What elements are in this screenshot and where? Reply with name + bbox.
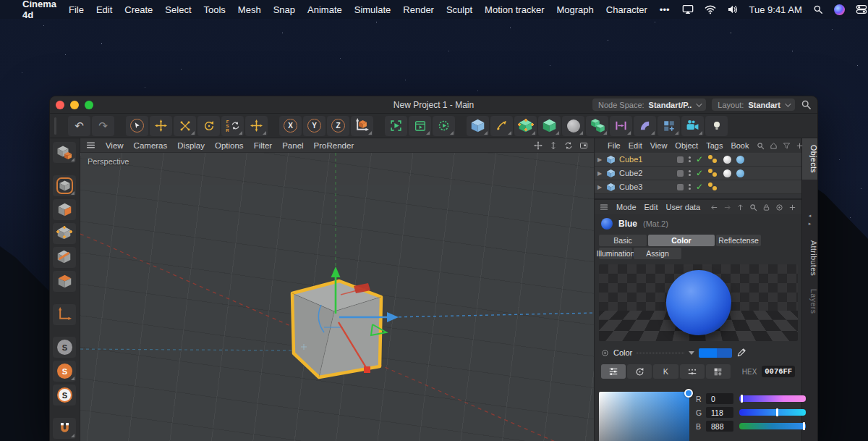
menubar-item-render[interactable]: Render (403, 4, 434, 15)
viewport-menu-filter[interactable]: Filter (254, 141, 273, 150)
point-mode-button[interactable] (53, 223, 76, 244)
undo-button[interactable]: ↶ (68, 116, 90, 136)
om-search-icon[interactable] (757, 142, 765, 150)
am-add-icon[interactable] (788, 203, 796, 211)
blue-value-field[interactable]: 888 (706, 421, 733, 432)
x-axis-lock-button[interactable]: X (279, 116, 302, 136)
texture-mode-button[interactable] (53, 199, 76, 220)
am-menu-edit[interactable]: Edit (644, 203, 658, 211)
menubar-item-sculpt[interactable]: Sculpt (446, 4, 472, 15)
tab-illumination[interactable]: Illumination (599, 248, 632, 259)
menubar-item-create[interactable]: Create (124, 4, 153, 15)
am-search-icon[interactable] (749, 203, 757, 211)
red-slider-handle[interactable] (741, 395, 743, 403)
viewport-menu-prorender[interactable]: ProRender (314, 141, 354, 150)
rotate-tool[interactable] (197, 116, 220, 136)
history-forward-icon[interactable] (723, 203, 731, 211)
add-sweep-object-button[interactable] (634, 116, 656, 136)
render-to-picture-viewer-button[interactable] (409, 116, 431, 136)
scale-tool[interactable] (174, 116, 196, 136)
expand-triangle-icon[interactable] (689, 351, 694, 355)
move-tool[interactable] (150, 116, 172, 136)
blue-slider[interactable] (739, 423, 806, 429)
material-preview[interactable] (599, 264, 798, 341)
hex-value-field[interactable]: 0076FF (762, 366, 795, 377)
layout-dropdown[interactable]: Layout: Standart (712, 98, 795, 111)
tab-color[interactable]: Color (648, 235, 715, 246)
siri-icon[interactable] (834, 4, 845, 15)
redo-button[interactable]: ↷ (92, 116, 114, 136)
zoom-button[interactable] (85, 101, 93, 109)
live-selection-tool[interactable] (126, 116, 148, 136)
add-volume-builder-button[interactable] (586, 116, 608, 136)
om-menu-file[interactable]: File (608, 141, 621, 150)
wifi-icon[interactable] (705, 4, 716, 15)
menubar-item-simulate[interactable]: Simulate (354, 4, 391, 15)
snap-enabled-button[interactable]: S (53, 361, 76, 382)
render-settings-button[interactable] (433, 116, 455, 136)
object-row-cube1[interactable]: ▶ Cube1 ✓ (595, 153, 801, 167)
object-name[interactable]: Cube2 (619, 169, 671, 177)
viewport-canvas[interactable]: Perspective (80, 153, 594, 441)
menu-bar-clock[interactable]: Tue 9:41 AM (749, 4, 802, 15)
parent-up-icon[interactable] (736, 203, 744, 211)
history-back-icon[interactable] (710, 203, 718, 211)
attribute-manager-menu-icon[interactable] (600, 203, 608, 211)
control-center-icon[interactable] (856, 4, 867, 15)
object-row-cube2[interactable]: ▶ Cube2 ✓ (595, 167, 801, 180)
saturation-value-box[interactable] (599, 392, 689, 441)
side-tab-objects[interactable]: Objects (802, 138, 818, 180)
viewport-rotate-icon[interactable] (564, 141, 573, 150)
layer-color-chip[interactable] (677, 156, 684, 163)
phong-tag-icon[interactable] (708, 182, 718, 191)
lock-icon[interactable] (762, 203, 770, 211)
enabled-check-icon[interactable]: ✓ (696, 182, 703, 191)
visibility-dots[interactable] (689, 184, 691, 190)
menubar-item-snap[interactable]: Snap (273, 4, 295, 15)
menubar-item-motion-tracker[interactable]: Motion tracker (485, 4, 544, 15)
menubar-item-character[interactable]: Character (606, 4, 647, 15)
side-tab-attributes[interactable]: Attributes (802, 234, 818, 282)
side-tab-layers[interactable]: Layers (802, 282, 818, 321)
screen-mirroring-icon[interactable] (682, 4, 694, 15)
node-space-dropdown[interactable]: Node Space: Standart/P.. (592, 98, 706, 111)
add-cube-object-button[interactable] (467, 116, 489, 136)
om-menu-view[interactable]: View (650, 141, 668, 150)
viewport-menu-panel[interactable]: Panel (282, 141, 303, 150)
enabled-check-icon[interactable]: ✓ (696, 169, 703, 177)
kelvin-mode-button[interactable]: K (653, 364, 678, 379)
app-menu-title[interactable]: Cinema 4d (22, 0, 56, 20)
blue-slider-handle[interactable] (803, 422, 805, 430)
selected-cube[interactable] (292, 281, 381, 377)
swatches-mode-button[interactable] (706, 364, 731, 379)
y-axis-lock-button[interactable]: Y (303, 116, 326, 136)
green-slider-handle[interactable] (776, 408, 778, 416)
viewport-menu-display[interactable]: Display (177, 141, 205, 150)
viewport-menu-icon[interactable] (86, 140, 95, 150)
snap-settings-button[interactable]: S (53, 385, 76, 406)
scroll-left-icon[interactable]: ◂ (809, 213, 812, 219)
om-menu-book[interactable]: Book (731, 141, 749, 150)
magnet-tool-button[interactable] (53, 418, 76, 439)
layer-color-chip[interactable] (677, 184, 684, 190)
object-name[interactable]: Cube3 (619, 182, 671, 191)
green-value-field[interactable]: 118 (706, 407, 733, 418)
tab-basic[interactable]: Basic (599, 235, 647, 246)
om-menu-object[interactable]: Object (675, 141, 698, 150)
viewport[interactable]: View Cameras Display Options Filter Pane… (80, 138, 594, 441)
eyedropper-icon[interactable] (736, 348, 746, 358)
menubar-overflow[interactable]: ••• (660, 4, 670, 15)
red-slider[interactable] (739, 395, 806, 402)
menubar-item-edit[interactable]: Edit (96, 4, 112, 15)
am-menu-mode[interactable]: Mode (616, 203, 637, 211)
axis-mode-button[interactable] (53, 304, 76, 325)
add-spline-pen-button[interactable] (490, 116, 513, 136)
object-row-cube3[interactable]: ▶ Cube3 ✓ (595, 180, 801, 194)
om-menu-tags[interactable]: Tags (706, 141, 723, 150)
tab-reflectense[interactable]: Reflectense (716, 235, 761, 246)
color-picker-handle[interactable] (684, 389, 693, 398)
coordinate-system-button[interactable] (351, 116, 373, 136)
expand-arrow-icon[interactable]: ▶ (597, 156, 606, 163)
menubar-item-select[interactable]: Select (165, 4, 191, 15)
layer-color-chip[interactable] (677, 170, 684, 177)
